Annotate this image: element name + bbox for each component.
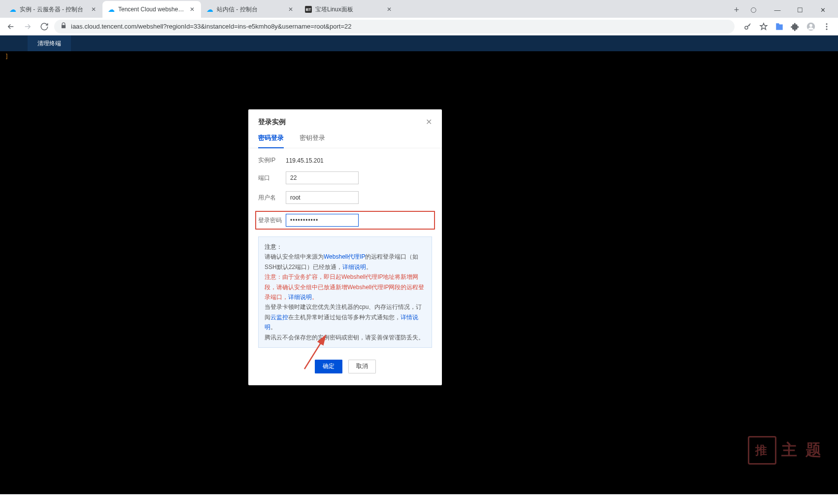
login-modal: 登录实例 ✕ 密码登录 密钥登录 实例IP 119.45.15.201 端口 用… xyxy=(248,109,442,385)
clear-terminal-button[interactable]: 清理终端 xyxy=(28,35,71,51)
nav-reload-button[interactable] xyxy=(37,20,51,34)
watermark-text: 主 题 xyxy=(781,439,823,461)
tab-close-button[interactable]: ✕ xyxy=(188,6,196,13)
svg-point-5 xyxy=(826,28,828,30)
window-close[interactable]: ✕ xyxy=(811,2,834,18)
watermark: 推 主 题 xyxy=(748,436,823,465)
nav-back-button[interactable] xyxy=(4,20,18,34)
browser-titlebar: ☁实例 - 云服务器 - 控制台✕☁Tencent Cloud webshell… xyxy=(0,0,838,18)
chrome-menu-icon[interactable] xyxy=(819,20,834,34)
cloud-favicon-icon: ☁ xyxy=(107,5,115,13)
modal-title: 登录实例 xyxy=(258,118,426,127)
modal-close-button[interactable]: ✕ xyxy=(426,117,432,127)
tab-close-button[interactable]: ✕ xyxy=(385,6,393,13)
notice-box: 注意： 请确认安全组中来源为Webshell代理IP的远程登录端口（如SSH默认… xyxy=(258,236,432,348)
value-instance-ip: 119.45.15.201 xyxy=(286,157,324,164)
key-icon[interactable] xyxy=(740,20,755,34)
svg-point-2 xyxy=(809,24,812,27)
svg-point-3 xyxy=(826,23,828,25)
cloud-favicon-icon: ☁ xyxy=(206,5,214,13)
url-text: iaas.cloud.tencent.com/webshell?regionId… xyxy=(71,23,351,30)
link-detail-1[interactable]: 详细说明 xyxy=(342,264,366,270)
tab-label: 站内信 - 控制台 xyxy=(217,5,284,14)
row-password: 登录密码 xyxy=(255,211,435,230)
tab-close-button[interactable]: ✕ xyxy=(287,6,295,13)
label-username: 用户名 xyxy=(258,194,286,202)
input-port[interactable] xyxy=(286,171,359,184)
link-webshell-proxy-ip[interactable]: Webshell代理IP xyxy=(324,253,365,260)
bt-favicon-icon: BT xyxy=(304,5,312,13)
input-username[interactable] xyxy=(286,191,359,204)
status-bar xyxy=(0,494,838,504)
tab-label: 实例 - 云服务器 - 控制台 xyxy=(20,5,87,14)
browser-tab-2[interactable]: ☁站内信 - 控制台✕ xyxy=(201,1,300,18)
nav-forward-button[interactable] xyxy=(21,20,34,34)
terminal-prompt: ] xyxy=(5,53,8,60)
link-cloud-monitor[interactable]: 云监控 xyxy=(270,314,288,321)
cloud-favicon-icon: ☁ xyxy=(9,5,17,13)
modal-tabs: 密码登录 密钥登录 xyxy=(248,127,442,148)
translate-icon[interactable] xyxy=(772,20,787,34)
row-instance-ip: 实例IP 119.45.15.201 xyxy=(258,156,432,165)
browser-tab-3[interactable]: BT宝塔Linux面板✕ xyxy=(300,1,398,18)
browser-tab-0[interactable]: ☁实例 - 云服务器 - 控制台✕ xyxy=(4,1,102,18)
page-viewport: 清理终端 ] 登录实例 ✕ 密码登录 密钥登录 实例IP 119.45.15.2… xyxy=(0,35,838,494)
tab-key-login[interactable]: 密钥登录 xyxy=(300,134,325,148)
row-port: 端口 xyxy=(258,171,432,184)
input-password[interactable] xyxy=(286,214,359,227)
new-tab-button[interactable]: + xyxy=(730,3,743,17)
tab-close-button[interactable]: ✕ xyxy=(90,6,98,13)
label-password: 登录密码 xyxy=(258,216,286,225)
address-bar[interactable]: iaas.cloud.tencent.com/webshell?regionId… xyxy=(54,20,735,34)
bookmark-icon[interactable] xyxy=(756,20,771,34)
watermark-seal: 推 xyxy=(748,436,776,465)
cancel-button[interactable]: 取消 xyxy=(348,360,376,373)
confirm-button[interactable]: 确定 xyxy=(315,360,342,373)
row-username: 用户名 xyxy=(258,191,432,204)
profile-icon[interactable] xyxy=(804,20,818,34)
browser-toolbar: iaas.cloud.tencent.com/webshell?regionId… xyxy=(0,18,838,35)
tab-label: 宝塔Linux面板 xyxy=(315,5,382,14)
window-status-dot xyxy=(743,2,766,18)
link-detail-2[interactable]: 详细说明 xyxy=(288,294,312,301)
notice-title: 注意： xyxy=(265,243,282,250)
browser-tab-1[interactable]: ☁Tencent Cloud webshell - 119✕ xyxy=(102,1,201,18)
label-port: 端口 xyxy=(258,174,286,182)
webshell-header: 清理终端 xyxy=(0,35,838,51)
lock-icon xyxy=(60,22,67,31)
window-minimize[interactable]: — xyxy=(766,2,789,18)
window-maximize[interactable]: ☐ xyxy=(789,2,811,18)
window-controls: — ☐ ✕ xyxy=(743,2,834,18)
label-instance-ip: 实例IP xyxy=(258,156,286,165)
tab-strip: ☁实例 - 云服务器 - 控制台✕☁Tencent Cloud webshell… xyxy=(4,1,728,18)
tab-password-login[interactable]: 密码登录 xyxy=(258,134,284,148)
svg-point-4 xyxy=(826,26,828,27)
extensions-icon[interactable] xyxy=(788,20,803,34)
tab-label: Tencent Cloud webshell - 119 xyxy=(118,6,185,13)
